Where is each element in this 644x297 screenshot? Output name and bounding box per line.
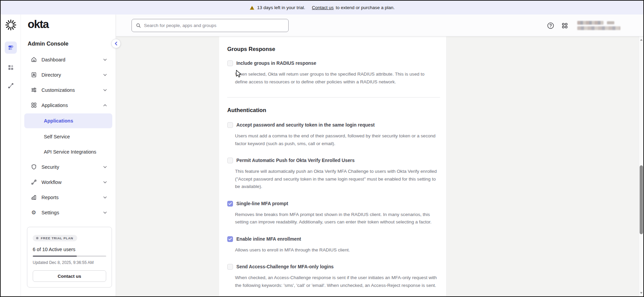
- banner-contact-link[interactable]: Contact us: [312, 5, 334, 10]
- sidebar-item-settings[interactable]: ⚙ Settings: [21, 205, 116, 220]
- setting-description: This feature will automatically push an …: [235, 168, 437, 191]
- sidebar-collapse-button[interactable]: [111, 39, 121, 48]
- chevron-down-icon: [103, 211, 107, 214]
- checkbox[interactable]: [227, 201, 233, 207]
- setting-send-access-challenge: Send Access-Challenge for MFA-only login…: [227, 264, 438, 289]
- sidebar-subitem-api-service-integrations[interactable]: API Service Integrations: [21, 144, 116, 159]
- chevron-up-icon: [103, 104, 107, 106]
- chevron-down-icon: [103, 89, 107, 91]
- setting-description: When selected, Okta will return user gro…: [235, 71, 437, 86]
- help-icon[interactable]: [546, 21, 555, 30]
- chevron-down-icon: [103, 196, 107, 198]
- setting-label[interactable]: Accept password and security token in th…: [236, 123, 375, 128]
- radius-settings-panel: Groups Response Include groups in RADIUS…: [219, 36, 446, 296]
- user-suffix-redacted: [607, 21, 614, 24]
- sidebar-item-directory[interactable]: Directory: [21, 67, 116, 82]
- user-account[interactable]: [577, 21, 620, 30]
- sidebar-subitem-label: API Service Integrations: [44, 149, 96, 155]
- setting-label[interactable]: Include groups in RADIUS response: [236, 61, 316, 66]
- progressbar-fill: [33, 255, 77, 257]
- applications-icon: [30, 102, 37, 109]
- okta-sunburst-icon: [5, 19, 17, 31]
- home-icon: [30, 56, 37, 63]
- sidebar-item-label: Directory: [41, 72, 61, 78]
- sidebar-subitem-applications[interactable]: Applications: [24, 113, 112, 128]
- sidebar-item-label: Settings: [41, 210, 59, 215]
- sidebar-item-dashboard[interactable]: Dashboard: [21, 52, 116, 67]
- setting-label[interactable]: Enable inline MFA enrollment: [236, 237, 301, 242]
- trial-plan-card: FREE TRIAL PLAN 6 of 10 Active users Upd…: [27, 227, 112, 288]
- warning-triangle-icon: [250, 5, 255, 10]
- check-icon: [228, 202, 232, 205]
- gear-icon: ⚙: [30, 209, 37, 216]
- setting-label[interactable]: Send Access-Challenge for MFA-only login…: [236, 264, 334, 269]
- workflow-connector-icon: [7, 82, 14, 89]
- rail-item-admin-console[interactable]: [5, 42, 17, 54]
- sidebar-item-label: Applications: [41, 103, 68, 108]
- section-title: Groups Response: [227, 46, 438, 52]
- setting-single-line-mfa-prompt: Single-line MFA prompt Removes line brea…: [227, 201, 438, 226]
- banner-message-rest: to extend or purchase a plan.: [336, 5, 395, 10]
- directory-icon: [30, 72, 37, 78]
- sidebar-item-workflow[interactable]: Workflow: [21, 174, 116, 190]
- check-icon: [228, 238, 232, 241]
- sidebar-subitem-self-service[interactable]: Self Service: [21, 129, 116, 144]
- shield-icon: [30, 164, 37, 170]
- banner-message: 13 days left in your trial.: [257, 5, 305, 10]
- bar-chart-icon: [30, 194, 37, 201]
- sidebar-item-reports[interactable]: Reports: [21, 190, 116, 205]
- scroll-down-arrow[interactable]: [640, 292, 643, 294]
- setting-label[interactable]: Permit Automatic Push for Okta Verify En…: [236, 158, 355, 163]
- rail-item-workflows[interactable]: [5, 80, 17, 92]
- checkbox[interactable]: [227, 158, 233, 163]
- authentication-section: Authentication Accept password and secur…: [227, 107, 438, 289]
- search-icon: [136, 23, 141, 28]
- chevron-down-icon: [103, 58, 107, 61]
- rail-item-add-apps[interactable]: [5, 61, 17, 73]
- search-input[interactable]: [144, 23, 284, 28]
- sidebar-item-label: Dashboard: [41, 57, 65, 62]
- chevron-down-icon: [103, 181, 107, 183]
- vertical-scrollbar: [639, 36, 643, 296]
- customizations-icon: [30, 87, 37, 93]
- grid-plus-icon: [7, 63, 14, 71]
- trial-contact-us-button[interactable]: Contact us: [33, 270, 106, 282]
- user-org-redacted: [577, 26, 620, 30]
- sidebar-item-applications[interactable]: Applications: [21, 98, 116, 113]
- setting-accept-password-token: Accept password and security token in th…: [227, 122, 438, 147]
- section-divider: [227, 97, 440, 98]
- badge-dot-icon: [36, 237, 38, 239]
- scroll-up-arrow[interactable]: [640, 38, 643, 41]
- icon-rail: [1, 15, 21, 296]
- trial-updated-timestamp: Updated Dec 8, 2025, 9:36:55 AM: [33, 260, 106, 265]
- checkbox[interactable]: [227, 60, 233, 66]
- checkbox[interactable]: [227, 236, 233, 242]
- sidebar-item-customizations[interactable]: Customizations: [21, 82, 116, 98]
- setting-label[interactable]: Single-line MFA prompt: [236, 201, 288, 206]
- setting-description: Users must add a comma to the end of the…: [235, 132, 437, 147]
- top-header: [116, 15, 643, 36]
- sidebar-subitem-label: Self Service: [44, 134, 70, 139]
- sidebar-subitem-label: Applications: [44, 118, 73, 124]
- okta-admin-window: 13 days left in your trial. Contact us t…: [0, 0, 644, 297]
- scrollbar-thumb[interactable]: [640, 165, 643, 234]
- sidebar-item-label: Security: [41, 164, 59, 170]
- sidebar-item-security[interactable]: Security: [21, 159, 116, 174]
- sidebar-nav: Dashboard Directory: [21, 52, 116, 220]
- checkbox[interactable]: [227, 264, 233, 270]
- active-users-count: 6 of 10 Active users: [33, 247, 106, 252]
- chevron-down-icon: [103, 166, 107, 168]
- setting-description: When checked, an Access-Challenge respon…: [235, 274, 437, 289]
- setting-enable-inline-mfa: Enable inline MFA enrollment Allows user…: [227, 236, 438, 254]
- workflow-icon: [30, 179, 37, 186]
- groups-response-section: Groups Response Include groups in RADIUS…: [227, 46, 438, 86]
- app-launcher-icon[interactable]: [560, 21, 569, 30]
- chevron-down-icon: [103, 74, 107, 76]
- main-content-area: Groups Response Include groups in RADIUS…: [116, 36, 643, 296]
- sidebar: okta Admin Console Dashboard: [21, 15, 116, 296]
- sidebar-item-label: Workflow: [41, 180, 61, 185]
- user-name-redacted: [577, 21, 604, 25]
- okta-wordmark: okta: [28, 18, 49, 31]
- trial-banner: 13 days left in your trial. Contact us t…: [1, 1, 643, 15]
- checkbox[interactable]: [227, 122, 233, 128]
